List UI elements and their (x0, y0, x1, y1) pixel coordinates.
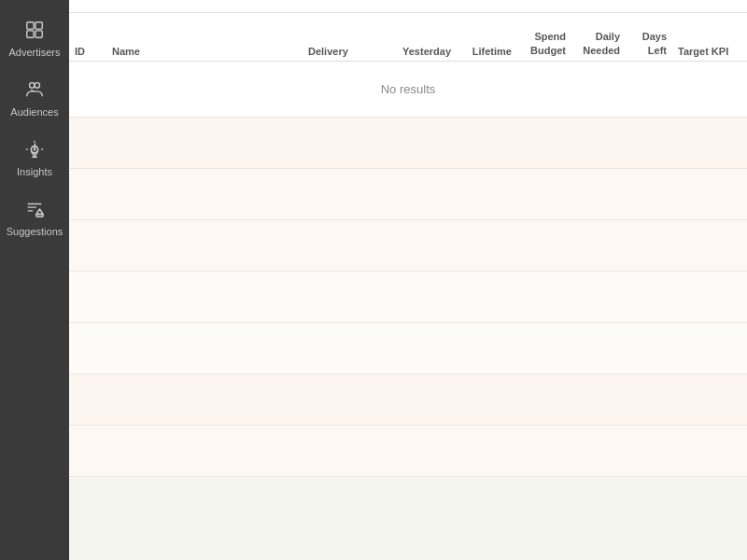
sidebar-item-insights-label: Insights (17, 166, 52, 177)
svg-rect-1 (35, 22, 42, 29)
audiences-icon (21, 77, 48, 103)
svg-marker-10 (36, 209, 43, 215)
table-row (69, 323, 747, 374)
sidebar-item-suggestions-label: Suggestions (7, 226, 63, 237)
col-header-days-left: Days Left (626, 30, 672, 57)
svg-rect-11 (36, 215, 43, 217)
col-header-spend-budget: Spend Budget (517, 30, 571, 57)
col-header-name: Name (106, 46, 303, 57)
main-content: ID Name Delivery Yesterday Lifetime Spen… (69, 0, 747, 560)
col-header-yesterday: Yesterday (387, 46, 457, 57)
table-row (69, 169, 747, 220)
sidebar-item-suggestions[interactable]: Suggestions (0, 187, 69, 246)
insights-icon (21, 136, 48, 162)
sidebar-item-insights[interactable]: Insights (0, 127, 69, 187)
advertisers-icon (21, 17, 48, 43)
table-row (69, 220, 747, 272)
svg-point-8 (34, 148, 36, 151)
table-row (69, 374, 747, 426)
svg-rect-0 (27, 22, 34, 29)
top-bar (69, 0, 747, 13)
svg-point-5 (35, 83, 40, 89)
col-header-lifetime: Lifetime (457, 46, 517, 57)
sidebar-item-audiences-label: Audiences (10, 106, 58, 118)
svg-rect-2 (27, 31, 34, 37)
table-row (69, 118, 747, 169)
no-results-message: No results (69, 62, 747, 118)
suggestions-icon (21, 196, 48, 222)
svg-point-4 (30, 83, 35, 89)
table-row (69, 426, 747, 477)
table-row (69, 272, 747, 323)
col-header-target-kpi: Target KPI (672, 46, 747, 57)
sidebar-item-audiences[interactable]: Audiences (0, 67, 69, 127)
sidebar-item-advertisers[interactable]: Advertisers (0, 7, 69, 67)
col-header-id: ID (69, 46, 106, 57)
sidebar: Advertisers Audiences (0, 0, 69, 560)
sidebar-item-advertisers-label: Advertisers (8, 47, 60, 58)
svg-rect-3 (35, 31, 42, 37)
col-header-delivery: Delivery (303, 46, 387, 57)
col-header-daily-needed: Daily Needed (571, 30, 626, 57)
table-header: ID Name Delivery Yesterday Lifetime Spen… (69, 13, 747, 62)
table-container: ID Name Delivery Yesterday Lifetime Spen… (69, 13, 747, 560)
